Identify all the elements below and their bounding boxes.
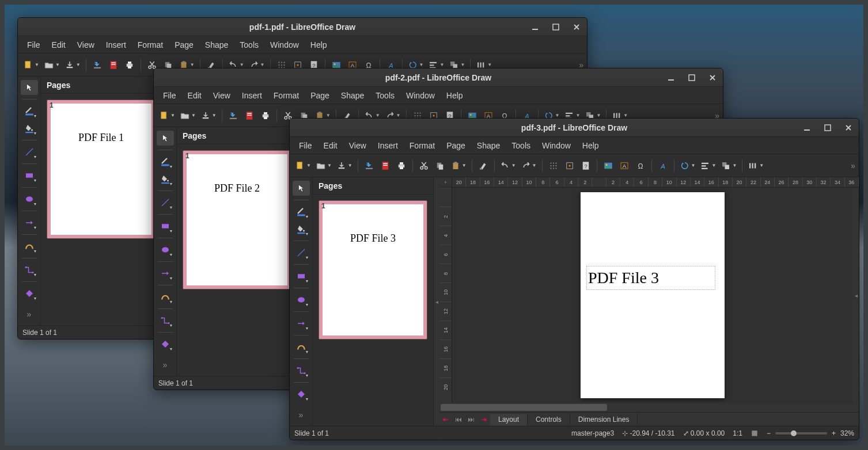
- menu-edit[interactable]: Edit: [46, 38, 71, 52]
- menu-insert[interactable]: Insert: [236, 89, 268, 102]
- copy-button[interactable]: [433, 157, 448, 174]
- zoom-level[interactable]: 32%: [840, 429, 854, 437]
- page-thumbnail[interactable]: 1PDF File 1: [47, 100, 156, 239]
- fill-color-tool[interactable]: ▼: [157, 171, 174, 186]
- menu-format[interactable]: Format: [404, 139, 441, 152]
- menu-file[interactable]: File: [293, 139, 318, 152]
- canvas-viewport[interactable]: PDF File 3: [452, 188, 853, 403]
- tab-nav-button[interactable]: ⇤: [439, 415, 452, 424]
- export-pdf-button[interactable]: [242, 107, 257, 124]
- save-document[interactable]: ▼: [199, 107, 218, 124]
- minimize-button[interactable]: [527, 20, 543, 34]
- undo-button[interactable]: ▼: [498, 157, 518, 174]
- sidebar-collapse-handle[interactable]: ◂: [853, 188, 859, 403]
- drawing-page[interactable]: PDF File 3: [581, 192, 725, 398]
- toolbox-overflow[interactable]: »: [21, 307, 38, 322]
- layer-tab[interactable]: Controls: [528, 414, 570, 425]
- close-button[interactable]: [568, 20, 585, 34]
- arrow-tool[interactable]: ▼: [157, 266, 174, 281]
- menu-window[interactable]: Window: [536, 139, 577, 152]
- zoom-in-button[interactable]: +: [832, 429, 836, 437]
- text-frame[interactable]: PDF File 3: [586, 266, 715, 290]
- export-pdf-button[interactable]: [378, 157, 393, 174]
- titlebar[interactable]: pdf-1.pdf - LibreOffice Draw: [18, 18, 587, 36]
- menu-view[interactable]: View: [343, 139, 372, 152]
- export-button[interactable]: [362, 157, 377, 174]
- menu-help[interactable]: Help: [305, 38, 333, 52]
- snap-button[interactable]: [562, 157, 577, 174]
- panel-collapse-handle[interactable]: ◂: [434, 177, 439, 426]
- menu-view[interactable]: View: [71, 38, 100, 52]
- menu-window[interactable]: Window: [264, 38, 305, 52]
- new-document[interactable]: ▼: [293, 157, 313, 174]
- connector-tool[interactable]: ▼: [21, 262, 38, 277]
- toolbar-overflow[interactable]: »: [851, 154, 855, 177]
- titlebar[interactable]: pdf-2.pdf - LibreOffice Draw: [154, 68, 723, 87]
- open-document[interactable]: ▼: [314, 157, 333, 174]
- menu-page[interactable]: Page: [169, 38, 199, 52]
- rectangle-tool[interactable]: ▼: [293, 269, 310, 284]
- connector-tool[interactable]: ▼: [157, 313, 174, 328]
- menu-file[interactable]: File: [157, 89, 182, 102]
- arrow-tool[interactable]: ▼: [21, 215, 38, 230]
- close-button[interactable]: [840, 121, 856, 135]
- menu-format[interactable]: Format: [132, 38, 169, 52]
- print-button[interactable]: [258, 107, 273, 124]
- page-thumbnail[interactable]: 1PDF File 3: [319, 200, 427, 340]
- menu-edit[interactable]: Edit: [182, 89, 207, 102]
- zoom-slider[interactable]: [775, 432, 827, 434]
- arrow-tool[interactable]: ▼: [293, 316, 310, 331]
- curve-tool[interactable]: ▼: [157, 289, 174, 304]
- rectangle-tool[interactable]: ▼: [21, 168, 38, 183]
- print-button[interactable]: [122, 56, 137, 74]
- menu-shape[interactable]: Shape: [471, 139, 506, 152]
- minimize-button[interactable]: [799, 121, 815, 135]
- minimize-button[interactable]: [663, 71, 679, 85]
- save-document[interactable]: ▼: [63, 56, 82, 74]
- menu-file[interactable]: File: [21, 38, 46, 52]
- maximize-button[interactable]: [548, 20, 564, 34]
- line-color-tool[interactable]: ▼: [21, 104, 38, 119]
- export-button[interactable]: [90, 56, 105, 74]
- new-document[interactable]: ▼: [157, 107, 177, 124]
- menu-tools[interactable]: Tools: [234, 38, 264, 52]
- cut-button[interactable]: [416, 157, 431, 174]
- redo-button[interactable]: ▼: [519, 157, 539, 174]
- menu-window[interactable]: Window: [400, 89, 441, 102]
- new-document[interactable]: ▼: [21, 56, 41, 74]
- menu-insert[interactable]: Insert: [100, 38, 132, 52]
- menu-help[interactable]: Help: [577, 139, 605, 152]
- menu-tools[interactable]: Tools: [506, 139, 536, 152]
- open-document[interactable]: ▼: [178, 107, 198, 124]
- print-button[interactable]: [394, 157, 409, 174]
- menu-page[interactable]: Page: [305, 89, 335, 102]
- menu-edit[interactable]: Edit: [318, 139, 343, 152]
- align-objects-button[interactable]: ▼: [698, 157, 718, 174]
- tab-nav-button[interactable]: ⇥: [477, 415, 490, 424]
- zoom-out-button[interactable]: −: [767, 429, 771, 437]
- basic-shapes-tool[interactable]: ▼: [293, 387, 310, 402]
- connector-tool[interactable]: ▼: [293, 363, 310, 378]
- titlebar[interactable]: pdf-3.pdf - LibreOffice Draw: [290, 119, 859, 137]
- open-document[interactable]: ▼: [42, 56, 62, 74]
- curve-tool[interactable]: ▼: [21, 239, 38, 254]
- menu-help[interactable]: Help: [441, 89, 469, 102]
- paste-button[interactable]: ▼: [449, 157, 468, 174]
- select-tool[interactable]: [157, 131, 174, 146]
- toolbox-overflow[interactable]: »: [157, 357, 174, 372]
- line-tool[interactable]: ▼: [157, 195, 174, 210]
- save-indicator-icon[interactable]: [751, 429, 759, 437]
- status-scale[interactable]: 1:1: [733, 429, 742, 437]
- ellipse-tool[interactable]: ▼: [157, 242, 174, 257]
- maximize-button[interactable]: [684, 71, 700, 85]
- ruler-vertical[interactable]: 2468101214161820: [439, 188, 452, 403]
- save-document[interactable]: ▼: [335, 157, 354, 174]
- export-button[interactable]: [226, 107, 241, 124]
- line-tool[interactable]: ▼: [21, 144, 38, 159]
- menu-shape[interactable]: Shape: [199, 38, 234, 52]
- tab-nav-button[interactable]: ⏮: [452, 415, 465, 424]
- ellipse-tool[interactable]: ▼: [21, 192, 38, 207]
- select-tool[interactable]: [293, 181, 310, 196]
- scrollbar-horizontal[interactable]: [439, 403, 859, 412]
- status-master-page[interactable]: master-page3: [571, 429, 614, 437]
